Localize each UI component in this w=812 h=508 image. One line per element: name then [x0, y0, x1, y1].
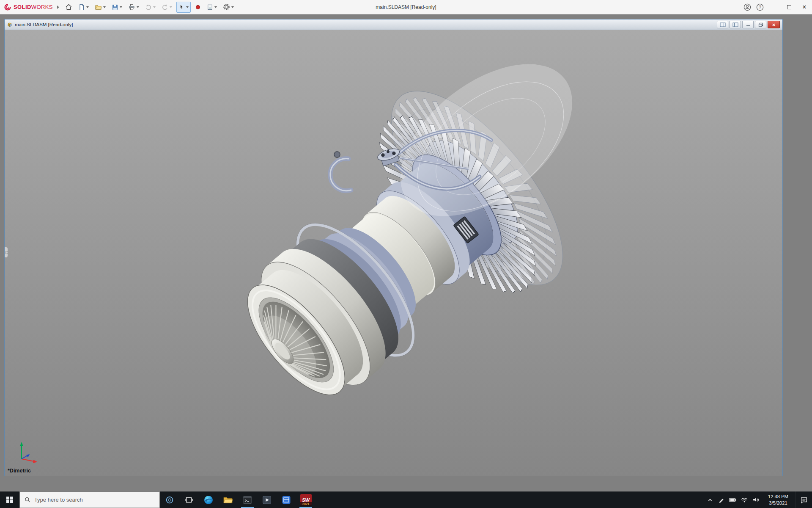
open-dropdown-caret[interactable]: [103, 6, 106, 8]
taskbar-search[interactable]: [19, 491, 160, 508]
engine-model-canvas[interactable]: [5, 30, 782, 476]
volume-icon[interactable]: [750, 491, 761, 508]
maximize-button[interactable]: [782, 0, 797, 14]
open-button[interactable]: [93, 2, 107, 13]
y-axis-arrow: [20, 442, 23, 446]
account-icon[interactable]: [741, 0, 754, 14]
file-explorer-icon: [223, 495, 233, 505]
doc-restore-button[interactable]: [755, 21, 766, 28]
redo-button[interactable]: [160, 2, 174, 13]
quick-access-toolbar: [63, 2, 236, 13]
select-tool-button[interactable]: [176, 2, 191, 13]
document-titlebar[interactable]: main.SLDASM [Read-only] ×: [5, 19, 782, 30]
edge-browser-button[interactable]: [199, 491, 218, 508]
feature-pane-collapse-tab[interactable]: [5, 247, 8, 258]
notification-icon: [800, 496, 808, 504]
redo-dropdown-caret[interactable]: [170, 6, 172, 8]
doc-close-button[interactable]: ×: [768, 21, 780, 28]
new-dropdown-caret[interactable]: [86, 6, 89, 8]
desktop: SOLIDWORKS: [0, 0, 812, 508]
c-bracket: [330, 152, 351, 191]
svg-text:?: ?: [759, 5, 761, 9]
pane-right-icon[interactable]: [730, 21, 741, 28]
clock-time: 12:48 PM: [761, 494, 795, 500]
minimize-button[interactable]: [766, 0, 782, 14]
x-axis-arrow: [33, 460, 38, 463]
options-gear-button[interactable]: [221, 2, 236, 13]
hidden-icons-chevron[interactable]: [704, 491, 716, 508]
select-dropdown-caret[interactable]: [186, 6, 189, 8]
terminal-app-icon: [242, 495, 252, 505]
view-orientation-label: *Dimetric: [8, 468, 31, 474]
graphics-viewport[interactable]: *Dimetric: [5, 30, 782, 476]
taskbar: SW 2021 12:48 PM 3/5/2021: [0, 491, 812, 508]
help-icon[interactable]: ?: [754, 0, 766, 14]
ds-swirl-icon: [3, 3, 12, 11]
system-tray: 12:48 PM 3/5/2021: [704, 491, 812, 508]
close-button[interactable]: ×: [797, 0, 812, 14]
save-dropdown-caret[interactable]: [120, 6, 122, 8]
assembly-icon: [6, 22, 13, 28]
file-explorer-button[interactable]: [218, 491, 238, 508]
print-dropdown-caret[interactable]: [137, 6, 139, 8]
undo-dropdown-caret[interactable]: [153, 6, 156, 8]
solidworks-app-icon: SW 2021: [300, 494, 312, 505]
undo-button[interactable]: [143, 2, 157, 13]
task-view-button[interactable]: [179, 491, 199, 508]
clock-date: 3/5/2021: [761, 500, 795, 506]
cortana-button[interactable]: [160, 491, 179, 508]
options-dropdown-caret[interactable]: [231, 6, 234, 8]
window-app-button[interactable]: [277, 491, 296, 508]
media-app-icon: [262, 495, 272, 505]
brand-text: SOLIDWORKS: [14, 4, 53, 10]
search-icon: [25, 497, 30, 503]
menu-expander-arrow[interactable]: [57, 6, 59, 9]
window-app-icon: [281, 495, 291, 505]
doc-minimize-button[interactable]: [742, 21, 754, 28]
caption-controls: ? ×: [741, 0, 812, 14]
save-button[interactable]: [110, 2, 124, 13]
document-title: main.SLDASM [Read-only]: [15, 22, 73, 27]
macro-record-button[interactable]: [193, 2, 203, 13]
media-app-button[interactable]: [257, 491, 277, 508]
print-button[interactable]: [126, 2, 141, 13]
battery-icon[interactable]: [727, 491, 738, 508]
windows-logo-icon: [6, 497, 13, 503]
document-window-controls: ×: [717, 21, 781, 28]
properties-dropdown-caret[interactable]: [214, 6, 217, 8]
network-icon[interactable]: [738, 491, 750, 508]
taskbar-clock[interactable]: 12:48 PM 3/5/2021: [761, 494, 795, 506]
properties-sheet-button[interactable]: [205, 2, 219, 13]
solidworks-logo: SOLIDWORKS: [0, 3, 55, 11]
solidworks-app-button[interactable]: SW 2021: [296, 491, 315, 508]
pen-icon[interactable]: [716, 491, 727, 508]
pane-left-icon[interactable]: [717, 21, 728, 28]
action-center-button[interactable]: [795, 491, 812, 508]
new-document-button[interactable]: [77, 2, 91, 13]
search-input[interactable]: [34, 497, 155, 503]
app-window-title: main.SLDASM [Read-only]: [376, 0, 436, 14]
home-button[interactable]: [63, 2, 74, 13]
document-window: main.SLDASM [Read-only] ×: [4, 19, 783, 476]
start-button[interactable]: [0, 491, 19, 508]
task-view-icon: [184, 495, 194, 505]
orientation-triad: [15, 439, 41, 463]
terminal-app-button[interactable]: [238, 491, 257, 508]
edge-icon: [203, 495, 214, 505]
app-titlebar: SOLIDWORKS: [0, 0, 812, 14]
cortana-icon: [165, 495, 174, 505]
